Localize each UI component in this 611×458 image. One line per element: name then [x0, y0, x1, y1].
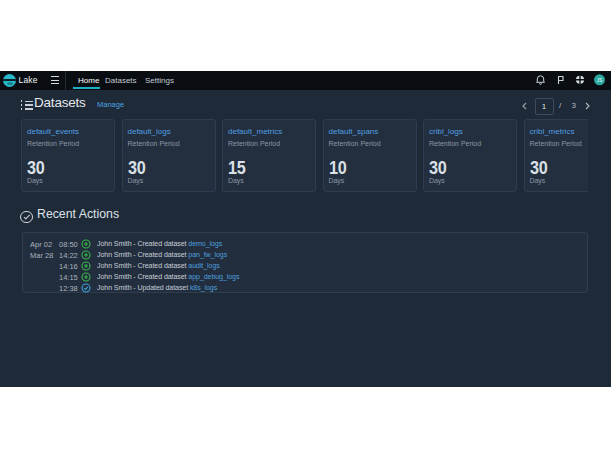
svg-text:JS: JS: [596, 77, 603, 83]
